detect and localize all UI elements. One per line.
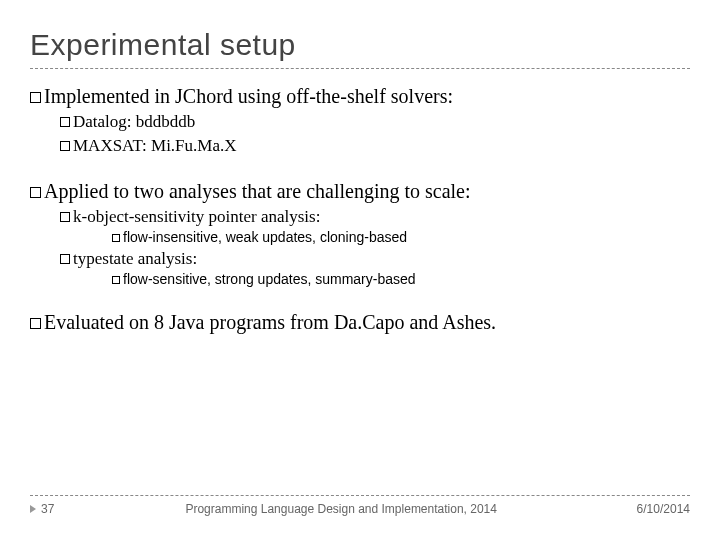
bullet-typestate-detail: flow-sensitive, strong updates, summary-… (112, 271, 690, 287)
bullet-box-icon (30, 318, 41, 329)
bullet-maxsat: MAXSAT: Mi.Fu.Ma.X (60, 136, 690, 156)
bullet-kobj-detail: flow-insensitive, weak updates, cloning-… (112, 229, 690, 245)
page-number-text: 37 (41, 502, 54, 516)
bullet-evaluated: Evaluated on 8 Java programs from Da.Cap… (30, 311, 690, 334)
slide-footer: 37 Programming Language Design and Imple… (0, 495, 720, 516)
triangle-icon (30, 505, 36, 513)
bullet-kobj: k-object-sensitivity pointer analysis: (60, 207, 690, 227)
bullet-box-icon (60, 254, 70, 264)
footer-venue: Programming Language Design and Implemen… (72, 502, 610, 516)
bullet-box-icon (60, 212, 70, 222)
footer-row: 37 Programming Language Design and Imple… (30, 502, 690, 516)
footer-date: 6/10/2014 (610, 502, 690, 516)
slide-title: Experimental setup (30, 28, 690, 62)
bullet-text: Implemented in JChord using off-the-shel… (44, 85, 453, 107)
slide: Experimental setup Implemented in JChord… (0, 0, 720, 540)
bullet-datalog: Datalog: bddbddb (60, 112, 690, 132)
bullet-box-icon (30, 187, 41, 198)
bullet-box-icon (112, 276, 120, 284)
bullet-implemented: Implemented in JChord using off-the-shel… (30, 85, 690, 108)
bullet-text: flow-insensitive, weak updates, cloning-… (123, 229, 407, 245)
bullet-applied: Applied to two analyses that are challen… (30, 180, 690, 203)
bullet-typestate: typestate analysis: (60, 249, 690, 269)
bullet-box-icon (112, 234, 120, 242)
bullet-box-icon (60, 141, 70, 151)
bullet-text: Applied to two analyses that are challen… (44, 180, 471, 202)
bullet-text: Evaluated on 8 Java programs from Da.Cap… (44, 311, 496, 333)
slide-content: Implemented in JChord using off-the-shel… (30, 85, 690, 334)
bullet-box-icon (30, 92, 41, 103)
title-divider (30, 68, 690, 69)
bullet-text: flow-sensitive, strong updates, summary-… (123, 271, 416, 287)
bullet-text: k-object-sensitivity pointer analysis: (73, 207, 320, 226)
footer-divider (30, 495, 690, 496)
bullet-text: Datalog: bddbddb (73, 112, 195, 131)
page-number: 37 (30, 502, 54, 516)
bullet-text: typestate analysis: (73, 249, 197, 268)
bullet-text: MAXSAT: Mi.Fu.Ma.X (73, 136, 237, 155)
bullet-box-icon (60, 117, 70, 127)
